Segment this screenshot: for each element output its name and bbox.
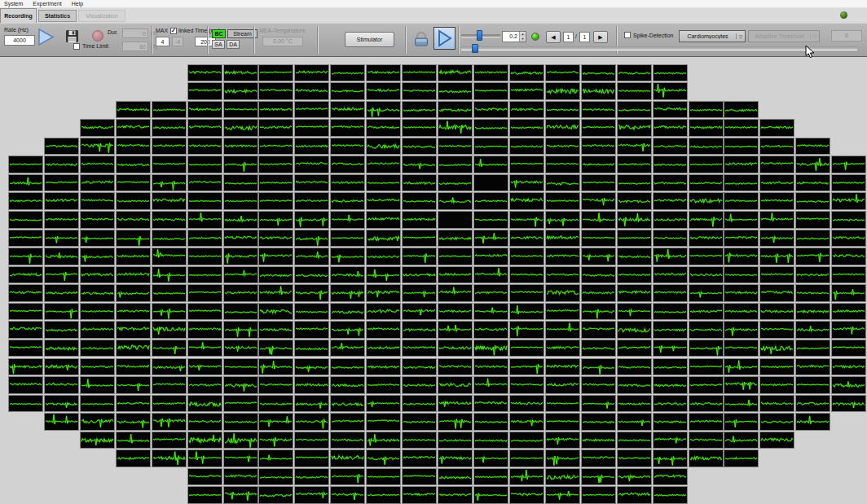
electrode-cell[interactable] — [618, 193, 651, 209]
electrode-cell[interactable] — [188, 120, 222, 136]
electrode-cell[interactable] — [546, 396, 579, 412]
electrode-cell[interactable] — [331, 193, 364, 209]
electrode-cell[interactable] — [438, 285, 472, 301]
electrode-cell[interactable] — [295, 340, 328, 357]
electrode-cell[interactable] — [403, 359, 436, 375]
electrode-cell[interactable] — [724, 175, 758, 191]
electrode-cell[interactable] — [724, 396, 758, 412]
electrode-cell[interactable] — [295, 414, 328, 430]
electrode-cell[interactable] — [474, 120, 508, 136]
electrode-cell[interactable] — [796, 414, 830, 430]
electrode-cell[interactable] — [117, 340, 150, 357]
menu-experiment[interactable]: Experiment — [33, 1, 61, 7]
spike-detection-checkbox[interactable] — [624, 32, 631, 38]
electrode-cell[interactable] — [9, 340, 42, 357]
electrode-cell[interactable] — [796, 230, 830, 247]
electrode-cell[interactable] — [618, 377, 651, 393]
electrode-cell[interactable] — [188, 248, 222, 265]
electrode-cell[interactable] — [438, 212, 472, 228]
electrode-cell[interactable] — [331, 450, 364, 467]
menu-help[interactable]: Help — [72, 1, 83, 7]
electrode-cell[interactable] — [367, 487, 400, 503]
electrode-cell[interactable] — [403, 414, 436, 430]
electrode-cell[interactable] — [546, 487, 579, 503]
electrode-cell[interactable] — [403, 450, 436, 467]
electrode-cell[interactable] — [618, 175, 651, 191]
electrode-cell[interactable] — [259, 285, 293, 301]
electrode-cell[interactable] — [81, 267, 114, 283]
electrode-cell[interactable] — [724, 138, 758, 155]
electrode-cell[interactable] — [331, 65, 364, 81]
electrode-cell[interactable] — [152, 285, 186, 301]
electrode-cell[interactable] — [295, 120, 328, 136]
electrode-cell[interactable] — [331, 212, 364, 228]
electrode-cell[interactable] — [618, 285, 651, 301]
electrode-cell[interactable] — [403, 248, 436, 265]
electrode-cell[interactable] — [9, 359, 42, 375]
electrode-cell[interactable] — [832, 396, 865, 412]
electrode-cell[interactable] — [438, 230, 472, 247]
electrode-cell[interactable] — [689, 267, 723, 283]
electrode-cell[interactable] — [117, 396, 150, 412]
electrode-cell[interactable] — [582, 83, 615, 99]
electrode-cell[interactable] — [152, 377, 186, 393]
electrode-cell[interactable] — [618, 120, 651, 136]
electrode-cell[interactable] — [152, 322, 186, 338]
electrode-cell[interactable] — [295, 230, 328, 247]
electrode-cell[interactable] — [224, 102, 257, 118]
electrode-cell[interactable] — [403, 120, 436, 136]
electrode-cell[interactable] — [259, 248, 293, 265]
electrode-cell[interactable] — [582, 304, 615, 320]
electrode-cell[interactable] — [45, 156, 78, 173]
electrode-cell[interactable] — [724, 377, 758, 393]
electrode-cell[interactable] — [724, 285, 758, 301]
electrode-cell[interactable] — [724, 120, 758, 136]
electrode-cell[interactable] — [760, 304, 794, 320]
electrode-cell[interactable] — [510, 414, 544, 430]
electrode-cell[interactable] — [546, 340, 579, 357]
electrode-cell[interactable] — [760, 138, 794, 155]
max-field[interactable] — [156, 37, 169, 46]
electrode-cell[interactable] — [689, 304, 723, 320]
electrode-cell[interactable] — [295, 469, 328, 485]
electrode-cell[interactable] — [188, 156, 222, 173]
electrode-cell[interactable] — [796, 138, 830, 155]
electrode-cell[interactable] — [259, 487, 293, 503]
electrode-cell[interactable] — [152, 120, 186, 136]
electrode-cell[interactable] — [152, 450, 186, 467]
electrode-cell[interactable] — [45, 396, 78, 412]
electrode-cell[interactable] — [188, 138, 222, 155]
electrode-cell[interactable] — [224, 193, 257, 209]
electrode-cell[interactable] — [81, 230, 114, 247]
electrode-cell[interactable] — [582, 102, 615, 118]
electrode-cell[interactable] — [331, 267, 364, 283]
electrode-cell[interactable] — [331, 175, 364, 191]
electrode-cell[interactable] — [188, 267, 222, 283]
electrode-cell[interactable] — [510, 138, 544, 155]
electrode-cell[interactable] — [224, 414, 257, 430]
electrode-cell[interactable] — [224, 138, 257, 155]
electrode-cell[interactable] — [45, 322, 78, 338]
electrode-cell[interactable] — [331, 359, 364, 375]
electrode-cell[interactable] — [582, 450, 615, 467]
electrode-cell[interactable] — [367, 65, 400, 81]
electrode-cell[interactable] — [295, 212, 328, 228]
electrode-cell[interactable] — [45, 193, 78, 209]
electrode-cell[interactable] — [117, 432, 150, 449]
electrode-cell[interactable] — [689, 285, 723, 301]
electrode-cell[interactable] — [546, 469, 579, 485]
electrode-cell[interactable] — [510, 175, 544, 191]
electrode-cell[interactable] — [45, 304, 78, 320]
electrode-cell[interactable] — [117, 156, 150, 173]
stimulator-button[interactable]: Stimulator — [345, 32, 394, 47]
electrode-cell[interactable] — [582, 322, 615, 338]
electrode-cell[interactable] — [689, 377, 723, 393]
tab-statistics[interactable]: Statistics — [38, 10, 77, 22]
electrode-cell[interactable] — [152, 414, 186, 430]
electrode-cell[interactable] — [689, 193, 723, 209]
electrode-cell[interactable] — [582, 230, 615, 247]
electrode-cell[interactable] — [152, 340, 186, 357]
electrode-cell[interactable] — [832, 248, 865, 265]
electrode-cell[interactable] — [224, 359, 257, 375]
electrode-cell[interactable] — [188, 212, 222, 228]
